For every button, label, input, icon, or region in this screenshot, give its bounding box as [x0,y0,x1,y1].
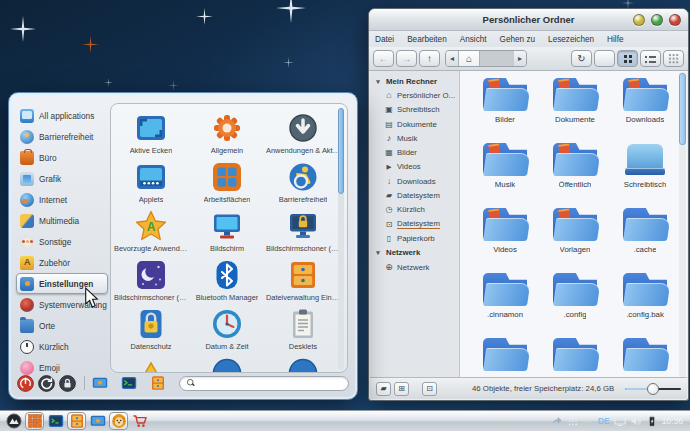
taskbar-item-file-manager[interactable] [67,412,86,430]
zoom-slider[interactable] [625,382,681,396]
app-aktive-ecken[interactable]: Aktive Ecken [113,109,189,158]
taskbar-item-terminal[interactable] [46,412,65,430]
folder-vorlagen[interactable]: Vorlagen [540,207,610,272]
statusbar-button-places-toggle[interactable] [376,382,391,396]
menubar-item-datei[interactable]: Datei [375,35,394,44]
statusbar-button-tree-toggle[interactable] [394,382,409,396]
app-bildschirm[interactable]: Bildschirm [189,207,265,256]
toolbar-button-list-view[interactable] [640,50,661,67]
sidebar-item-dateisystem-2[interactable]: Dateisystem [370,217,459,231]
folder-bilder[interactable]: Bilder [470,77,540,142]
folder-musik[interactable]: Musik [470,142,540,207]
favorite-button-file-manager[interactable] [150,375,166,391]
scrollbar-thumb[interactable] [679,73,686,145]
app-bluetooth-manager[interactable]: Bluetooth Manager [189,256,265,305]
window-button-close[interactable] [669,14,681,26]
toolbar-button-refresh[interactable] [571,50,592,67]
sidebar-item-dokumente[interactable]: Dokumente [370,117,459,131]
toolbar-button-back[interactable] [373,50,394,67]
taskbar-item-shop[interactable] [130,412,149,430]
sidebar-item-papierkorb[interactable]: Papierkorb [370,231,459,245]
toolbar-button-forward[interactable] [396,50,417,67]
category-grafik[interactable]: Grafik [16,168,108,189]
app-allgemein[interactable]: Allgemein [189,109,265,158]
path-next-button[interactable]: ▸ [514,51,526,66]
app-scrollbar-thumb[interactable] [338,108,344,194]
window-button-maximize[interactable] [651,14,663,26]
app-partial-1[interactable] [113,354,189,373]
category-multimedia[interactable]: Multimedia [16,210,108,231]
category-sonstige[interactable]: Sonstige [16,231,108,252]
app-datum-zeit[interactable]: Datum & Zeit [189,305,265,354]
app-partial-2[interactable] [189,354,265,373]
menubar-item-ansicht[interactable]: Ansicht [460,35,487,44]
sidebar-item-kürzlich[interactable]: Kürzlich [370,203,459,217]
toolbar-button-compact-view[interactable] [663,50,684,67]
favorite-button-terminal[interactable] [121,375,137,391]
tray-item-battery[interactable] [646,414,658,428]
folder-.cinnamon[interactable]: .cinnamon [470,272,540,337]
home-breadcrumb-button[interactable]: ⌂ [458,51,480,66]
sidebar-item-persönlicher-o...[interactable]: Persönlicher O... [370,88,459,102]
folder-öffentlich[interactable]: Öffentlich [540,142,610,207]
folder-schreibtisch[interactable]: Schreibtisch [610,142,680,207]
menubar-item-gehen-zu[interactable]: Gehen zu [500,35,536,44]
category-büro[interactable]: Büro [16,147,108,168]
sidebar-item-mein-rechner[interactable]: Mein Rechner [370,74,459,88]
app-partial-3[interactable] [265,354,341,373]
category-internet[interactable]: Internet [16,189,108,210]
favorite-button-settings[interactable] [92,375,108,391]
sidebar-item-musik[interactable]: Musik [370,131,459,145]
title-bar[interactable]: Persönlicher Ordner [369,9,688,31]
statusbar-button-expand-toggle[interactable] [422,382,437,396]
menubar-item-bearbeiten[interactable]: Bearbeiten [407,35,447,44]
toolbar-button-icon-view[interactable] [617,50,638,67]
sidebar-item-bilder[interactable]: Bilder [370,145,459,159]
folder-.cache[interactable]: .cache [610,207,680,272]
taskbar-item-show-apps[interactable] [25,412,44,430]
menubar-item-lesezeichen[interactable]: Lesezeichen [548,35,594,44]
tray-item-display[interactable] [614,414,626,428]
app-bevorzugte-anwendun...[interactable]: A Bevorzugte Anwendun... [113,207,189,256]
category-zubehör[interactable]: Zubehör [16,252,108,273]
tray-item-dots-grid[interactable] [567,414,579,428]
app-datenschutz[interactable]: Datenschutz [113,305,189,354]
folder-downloads[interactable]: Downloads [610,77,680,142]
sidebar-item-downloads[interactable]: Downloads [370,174,459,188]
app-bildschirmschoner-ci...[interactable]: Bildschirmschoner (Ci... [265,207,341,256]
sidebar-item-videos[interactable]: Videos [370,160,459,174]
session-button-lock-screen[interactable] [59,375,76,392]
sidebar-item-netzwerk[interactable]: Netzwerk [370,260,459,274]
taskbar-item-software[interactable] [109,412,128,430]
search-input[interactable] [200,378,342,389]
app-bildschirmschoner-xs...[interactable]: Bildschirmschoner (Xs... [113,256,189,305]
zoom-slider-handle[interactable] [647,383,659,395]
taskbar-item-settings[interactable] [88,412,107,430]
tray-item-volume[interactable] [630,414,642,428]
app-barrierefreiheit[interactable]: Barrierefreiheit [265,158,341,207]
folder-gnupg[interactable]: gnupg [540,337,610,377]
folder-icons[interactable]: icons [610,337,680,377]
app-desklets[interactable]: Desklets [265,305,341,354]
session-button-shutdown[interactable] [17,375,34,392]
scrollbar[interactable] [679,72,686,377]
sidebar-item-dateisystem[interactable]: Dateisystem [370,188,459,202]
folder-deb-dateien[interactable]: deb Dateien [470,337,540,377]
taskbar-item-menu[interactable] [4,412,23,430]
tray-item-more[interactable]: ··· [583,414,594,428]
folder-dokumente[interactable]: Dokumente [540,77,610,142]
toolbar-button-up[interactable] [419,50,440,67]
category-barrierefreiheit[interactable]: Barrierefreiheit [16,126,108,147]
app-anwendungen-aktu...[interactable]: Anwendungen & Aktu... [265,109,341,158]
app-scrollbar[interactable] [338,108,344,370]
path-prev-button[interactable]: ◂ [446,51,458,66]
app-applets[interactable]: Applets [113,158,189,207]
menubar-item-hilfe[interactable]: Hilfe [607,35,623,44]
folder-videos[interactable]: Videos [470,207,540,272]
session-button-restart[interactable] [38,375,55,392]
category-orte[interactable]: Orte [16,315,108,336]
sidebar-item-schreibtisch[interactable]: Schreibtisch [370,103,459,117]
category-all-applications[interactable]: All applications [16,105,108,126]
window-button-minimize[interactable] [633,14,645,26]
tray-item-share[interactable] [551,414,563,428]
